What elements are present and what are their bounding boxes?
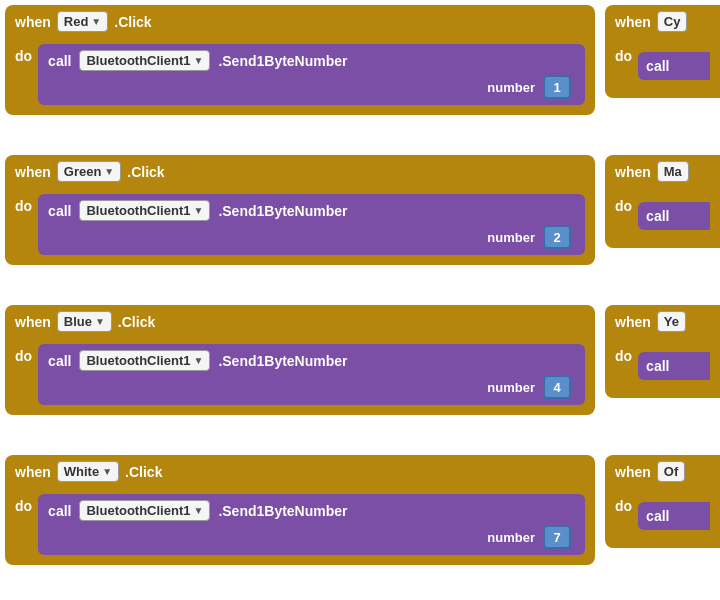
red-number-value: 1 [553, 80, 560, 95]
off-button-name: Of [664, 464, 678, 479]
red-block-group: when Red ▼ .Click do call BluetoothClien… [5, 5, 595, 115]
green-number-value: 2 [553, 230, 560, 245]
red-when-block: when Red ▼ .Click [5, 5, 595, 38]
blue-do-block: do call BluetoothClient1 ▼ .Send1ByteNum… [5, 338, 595, 415]
magenta-call-label: call [646, 208, 669, 224]
white-bt-dropdown[interactable]: BluetoothClient1 ▼ [79, 500, 210, 521]
white-button-dropdown[interactable]: White ▼ [57, 461, 119, 482]
yellow-call-label: call [646, 358, 669, 374]
white-call-inner: call BluetoothClient1 ▼ .Send1ByteNumber… [38, 494, 585, 555]
magenta-when-block: when Ma [605, 155, 720, 188]
green-click-text: .Click [127, 164, 164, 180]
blue-click-text: .Click [118, 314, 155, 330]
magenta-button-dropdown[interactable]: Ma [657, 161, 689, 182]
red-number-label: number [487, 80, 535, 95]
green-number-row: number 2 [48, 225, 575, 249]
green-when-block: when Green ▼ .Click [5, 155, 595, 188]
yellow-button-dropdown[interactable]: Ye [657, 311, 686, 332]
yellow-when-label: when [615, 314, 651, 330]
red-do-block: do call BluetoothClient1 ▼ .Send1ByteNum… [5, 38, 595, 115]
red-button-dropdown[interactable]: Red ▼ [57, 11, 108, 32]
white-do-label: do [15, 494, 32, 514]
off-do-label: do [615, 494, 632, 514]
white-when-block: when White ▼ .Click [5, 455, 595, 488]
blue-bt-name: BluetoothClient1 [86, 353, 190, 368]
green-when-label: when [15, 164, 51, 180]
blue-call-label: call [48, 353, 71, 369]
white-dropdown-arrow: ▼ [102, 466, 112, 477]
yellow-do-block: do call [605, 338, 720, 398]
magenta-when-label: when [615, 164, 651, 180]
red-bt-arrow: ▼ [193, 55, 203, 66]
cyan-call-partial: call [638, 52, 710, 80]
green-number-label: number [487, 230, 535, 245]
red-call-inner: call BluetoothClient1 ▼ .Send1ByteNumber… [38, 44, 585, 105]
yellow-button-name: Ye [664, 314, 679, 329]
green-do-block: do call BluetoothClient1 ▼ .Send1ByteNum… [5, 188, 595, 265]
magenta-button-name: Ma [664, 164, 682, 179]
white-number-badge: 7 [543, 525, 571, 549]
blue-call-inner: call BluetoothClient1 ▼ .Send1ByteNumber… [38, 344, 585, 405]
blue-bt-arrow: ▼ [193, 355, 203, 366]
off-call-label: call [646, 508, 669, 524]
red-call-label: call [48, 53, 71, 69]
cyan-do-label: do [615, 44, 632, 64]
red-bt-name: BluetoothClient1 [86, 53, 190, 68]
red-bt-dropdown[interactable]: BluetoothClient1 ▼ [79, 50, 210, 71]
blue-number-badge: 4 [543, 375, 571, 399]
red-number-badge: 1 [543, 75, 571, 99]
off-block-group: when Of do call [605, 455, 720, 548]
red-method-text: .Send1ByteNumber [218, 53, 347, 69]
green-button-dropdown[interactable]: Green ▼ [57, 161, 121, 182]
yellow-do-label: do [615, 344, 632, 364]
white-block-group: when White ▼ .Click do call BluetoothCli… [5, 455, 595, 565]
red-when-label: when [15, 14, 51, 30]
blue-when-block: when Blue ▼ .Click [5, 305, 595, 338]
blue-call-row: call BluetoothClient1 ▼ .Send1ByteNumber [48, 350, 575, 371]
red-do-label: do [15, 44, 32, 64]
cyan-call-label: call [646, 58, 669, 74]
blue-when-label: when [15, 314, 51, 330]
red-button-name: Red [64, 14, 89, 29]
white-when-label: when [15, 464, 51, 480]
cyan-button-name: Cy [664, 14, 681, 29]
magenta-block-group: when Ma do call [605, 155, 720, 248]
green-bt-dropdown[interactable]: BluetoothClient1 ▼ [79, 200, 210, 221]
green-bt-arrow: ▼ [193, 205, 203, 216]
yellow-when-block: when Ye [605, 305, 720, 338]
yellow-call-partial: call [638, 352, 710, 380]
cyan-do-block: do call [605, 38, 720, 98]
cyan-when-label: when [615, 14, 651, 30]
blue-number-row: number 4 [48, 375, 575, 399]
white-call-label: call [48, 503, 71, 519]
green-do-label: do [15, 194, 32, 214]
magenta-call-partial: call [638, 202, 710, 230]
blue-button-name: Blue [64, 314, 92, 329]
blocks-container: when Red ▼ .Click do call BluetoothClien… [0, 0, 720, 600]
green-call-inner: call BluetoothClient1 ▼ .Send1ByteNumber… [38, 194, 585, 255]
red-click-text: .Click [114, 14, 151, 30]
green-call-label: call [48, 203, 71, 219]
white-button-name: White [64, 464, 99, 479]
off-call-partial: call [638, 502, 710, 530]
blue-number-label: number [487, 380, 535, 395]
green-block-group: when Green ▼ .Click do call BluetoothCli… [5, 155, 595, 265]
cyan-button-dropdown[interactable]: Cy [657, 11, 688, 32]
white-number-row: number 7 [48, 525, 575, 549]
green-dropdown-arrow: ▼ [104, 166, 114, 177]
green-call-row: call BluetoothClient1 ▼ .Send1ByteNumber [48, 200, 575, 221]
off-do-block: do call [605, 488, 720, 548]
blue-block-group: when Blue ▼ .Click do call BluetoothClie… [5, 305, 595, 415]
cyan-block-group: when Cy do call [605, 5, 720, 98]
off-when-block: when Of [605, 455, 720, 488]
off-when-label: when [615, 464, 651, 480]
white-bt-name: BluetoothClient1 [86, 503, 190, 518]
off-button-dropdown[interactable]: Of [657, 461, 685, 482]
blue-button-dropdown[interactable]: Blue ▼ [57, 311, 112, 332]
blue-method-text: .Send1ByteNumber [218, 353, 347, 369]
white-bt-arrow: ▼ [193, 505, 203, 516]
yellow-block-group: when Ye do call [605, 305, 720, 398]
blue-bt-dropdown[interactable]: BluetoothClient1 ▼ [79, 350, 210, 371]
white-click-text: .Click [125, 464, 162, 480]
white-number-value: 7 [553, 530, 560, 545]
